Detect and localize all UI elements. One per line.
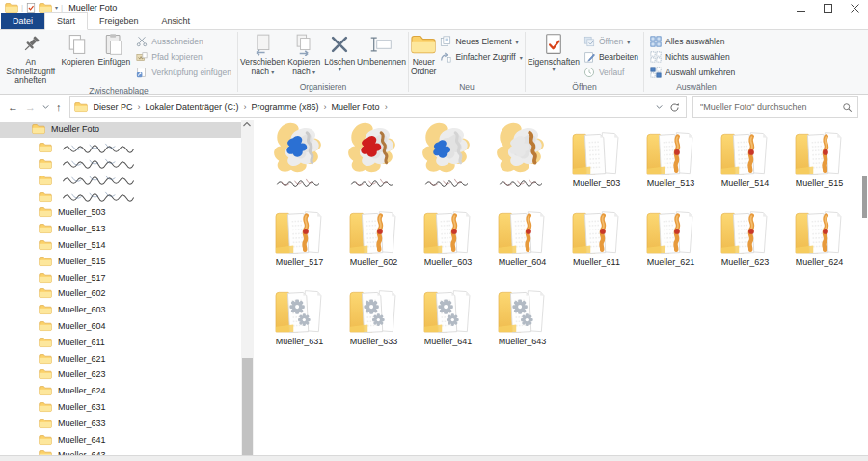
folder-item[interactable]: Mueller_602	[337, 202, 411, 277]
scrollbar-thumb[interactable]	[242, 358, 253, 461]
search-icon[interactable]	[842, 102, 853, 113]
folder-item[interactable]: Mueller_603	[411, 202, 485, 277]
sidebar-folder-item[interactable]	[0, 188, 241, 204]
sidebar-scrollbar[interactable]	[241, 120, 254, 456]
folder-item[interactable]: Mueller_611	[559, 202, 634, 277]
sidebar-folder-item[interactable]: Mueller_604	[0, 318, 241, 335]
content-scrollbar-thumb[interactable]	[862, 176, 867, 218]
folder-item[interactable]	[485, 122, 559, 198]
breadcrumb-item[interactable]: Mueller Foto	[330, 102, 382, 112]
folder-item[interactable]: Mueller_631	[262, 281, 337, 356]
folder-item[interactable]: Mueller_643	[485, 281, 559, 356]
sidebar-folder-item[interactable]: Mueller_515	[0, 253, 241, 269]
breadcrumb-item[interactable]: Dieser PC	[92, 102, 135, 112]
search-input[interactable]	[698, 101, 842, 113]
recent-locations-dropdown-icon[interactable]	[42, 105, 49, 109]
folder-item[interactable]: Mueller_517	[262, 202, 337, 277]
sidebar-folder-item[interactable]: Mueller_514	[0, 237, 241, 254]
properties-button[interactable]: Eigenschaften ▾	[528, 31, 580, 72]
sidebar-folder-item[interactable]: Mueller_641	[0, 431, 241, 447]
close-button[interactable]	[841, 0, 868, 15]
sidebar-folder-item[interactable]: Mueller_603	[0, 302, 241, 318]
sidebar-folder-item[interactable]: Mueller_602	[0, 285, 241, 302]
paste-shortcut-button[interactable]: Verknüpfung einfügen	[132, 65, 235, 80]
folder-item[interactable]	[337, 122, 411, 198]
sidebar-folder-item[interactable]	[0, 140, 241, 156]
pin-to-quick-access-button[interactable]: An Schnellzugriff anheften	[2, 31, 60, 86]
paste-icon	[102, 33, 125, 56]
breadcrumb: Dieser PC › Lokaler Datenträger (C:) › P…	[92, 102, 391, 112]
properties-quick-icon[interactable]	[26, 3, 36, 13]
ribbon-tabs: Datei Start Freigeben Ansicht	[0, 14, 868, 30]
copy-button[interactable]: Kopieren	[60, 31, 96, 68]
sidebar-folder-item[interactable]	[0, 172, 241, 188]
folder-item[interactable]: Mueller_641	[411, 281, 485, 356]
folder-item[interactable]: Mueller_503	[559, 122, 634, 198]
up-button[interactable]: ↑	[56, 101, 62, 113]
folder-icon	[645, 122, 697, 176]
sidebar-folder-item[interactable]: Mueller_513	[0, 221, 241, 237]
history-label: Verlauf	[599, 68, 624, 77]
new-item-button[interactable]: Neues Element ▾	[436, 34, 526, 49]
new-folder-button[interactable]: Neuer Ordner	[411, 31, 436, 76]
cut-button[interactable]: Ausschneiden	[132, 34, 235, 49]
address-history-dropdown-icon[interactable]	[656, 105, 663, 109]
search-box[interactable]	[692, 96, 858, 118]
sidebar-folder-item[interactable]: Mueller_503	[0, 204, 241, 221]
folder-icon	[272, 122, 328, 176]
select-all-button[interactable]: Alles auswählen	[646, 34, 739, 49]
sidebar-folder-item[interactable]: Mueller_624	[0, 383, 241, 399]
folder-item[interactable]: Mueller_624	[782, 202, 856, 277]
breadcrumb-item[interactable]: Programme (x86)	[250, 102, 321, 112]
open-button[interactable]: Öffnen ▾	[580, 34, 642, 49]
breadcrumb-separator-icon: ›	[382, 102, 391, 112]
folder-item[interactable]: Mueller_604	[485, 202, 559, 277]
sidebar-folder-item[interactable]: Mueller_611	[0, 334, 241, 350]
delete-button[interactable]: Löschen ▾	[323, 31, 357, 72]
folder-item-label: Mueller_515	[796, 178, 844, 188]
sidebar-folder-item[interactable]: Mueller_633	[0, 415, 241, 431]
sidebar-folder-item[interactable]: Mueller_631	[0, 399, 241, 416]
history-button[interactable]: Verlauf	[580, 65, 642, 80]
sidebar-folder-item[interactable]: Mueller_623	[0, 366, 241, 383]
paste-button[interactable]: Einfügen	[95, 31, 132, 68]
select-all-icon	[650, 36, 662, 47]
copy-to-button[interactable]: Kopieren nach ▾	[285, 31, 323, 77]
breadcrumb-item[interactable]: Lokaler Datenträger (C:)	[144, 102, 241, 112]
tab-ansicht[interactable]: Ansicht	[150, 13, 203, 29]
back-button[interactable]: ←	[8, 101, 18, 113]
sidebar-folder-item[interactable]	[0, 156, 241, 173]
folder-item[interactable]: Mueller_514	[708, 122, 782, 198]
sidebar-root-folder[interactable]: Mueller Foto	[0, 122, 241, 138]
edit-button[interactable]: Bearbeiten	[580, 49, 642, 65]
scroll-up-icon[interactable]	[243, 122, 251, 127]
folder-item[interactable]: Mueller_513	[634, 122, 708, 198]
minimize-button[interactable]	[787, 0, 814, 15]
tab-freigeben[interactable]: Freigeben	[88, 13, 150, 29]
folder-item-label: Mueller_633	[350, 337, 398, 346]
sidebar-folder-item[interactable]: Mueller_621	[0, 350, 241, 366]
select-none-button[interactable]: Nichts auswählen	[646, 49, 739, 65]
breadcrumb-separator-icon: ›	[241, 102, 250, 112]
refresh-icon[interactable]	[669, 102, 680, 113]
maximize-button[interactable]	[814, 0, 841, 15]
folder-item[interactable]: Mueller_633	[337, 281, 411, 356]
address-field[interactable]: Dieser PC › Lokaler Datenträger (C:) › P…	[69, 96, 688, 118]
folder-item[interactable]: Mueller_623	[708, 202, 782, 277]
rename-button[interactable]: Umbenennen	[357, 31, 406, 68]
forward-button[interactable]: →	[25, 101, 36, 113]
copy-path-button[interactable]: Pfad kopieren	[132, 49, 235, 65]
invert-selection-button[interactable]: Auswahl umkehren	[646, 65, 739, 80]
folder-item[interactable]: Mueller_621	[634, 202, 708, 277]
folder-item-label: Mueller_623	[721, 258, 770, 267]
sidebar-folder-item[interactable]: Mueller_517	[0, 269, 241, 285]
folder-item[interactable]: Mueller_515	[782, 122, 856, 198]
folder-item[interactable]	[411, 122, 485, 198]
tab-start[interactable]: Start	[44, 12, 88, 30]
folder-icon	[39, 337, 52, 348]
folder-item[interactable]	[262, 122, 337, 198]
tab-datei[interactable]: Datei	[1, 13, 44, 29]
customize-qat-dropdown-icon[interactable]: ▾	[55, 4, 58, 11]
move-to-button[interactable]: Verschieben nach ▾	[240, 31, 285, 77]
easy-access-button[interactable]: Einfacher Zugriff ▾	[436, 49, 526, 65]
